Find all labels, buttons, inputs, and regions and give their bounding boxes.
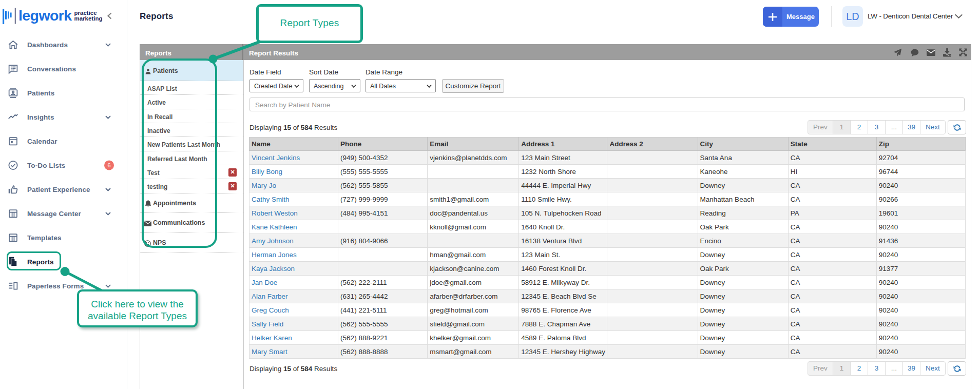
svg-text:marketing: marketing	[74, 15, 103, 22]
svg-text:legwork: legwork	[18, 8, 72, 24]
